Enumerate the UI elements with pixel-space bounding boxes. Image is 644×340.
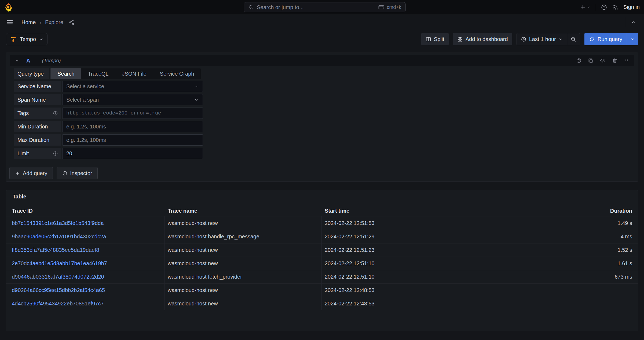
results-table-panel: Table Trace ID Trace name Start time Dur… [6, 190, 638, 331]
field-control[interactable]: Select a service [62, 81, 203, 92]
zoom-out-time-button[interactable] [567, 33, 580, 45]
duplicate-query-icon[interactable] [588, 58, 593, 63]
query-type-label: Query type [14, 68, 49, 79]
query-field-row: Limit 20 [14, 148, 203, 159]
info-icon[interactable] [53, 111, 58, 116]
query-type-tab-label: JSON File [122, 71, 146, 77]
query-type-tab-label: Service Graph [160, 71, 194, 77]
share-shortcut-button[interactable] [69, 19, 75, 25]
keyboard-icon [378, 4, 385, 10]
table-row: 9baac90ade05c2b1a1091bd4302cdc2a wasmclo… [6, 230, 638, 243]
search-shortcut: cmd+k [378, 4, 401, 10]
field-control[interactable]: e.g. 1.2s, 100ms [62, 121, 203, 132]
trace-id-link[interactable]: 4d4cb2590f495434922eb70851ef97c7 [12, 301, 104, 306]
add-query-button[interactable]: Add query [9, 167, 53, 179]
column-header-start-time[interactable]: Start time [321, 208, 478, 214]
run-query-options-button[interactable] [627, 33, 638, 45]
query-type-tab-label: TraceQL [88, 71, 108, 77]
field-label: Span Name [14, 94, 61, 105]
chevron-down-icon [194, 97, 199, 102]
table-row: 2e70dc4aebd1e5d8abb17be1ea4619b7 wasmclo… [6, 257, 638, 270]
query-field-row: Tags http.status_code=200 error=true [14, 108, 203, 119]
table-row: d90264a66cc95ee15dbb2b2af54c4a65 wasmclo… [6, 283, 638, 297]
query-field-row: Max Duration e.g. 1.2s, 100ms [14, 134, 203, 146]
chevron-down-icon [630, 37, 635, 42]
sync-icon [589, 36, 595, 42]
hamburger-icon [6, 19, 13, 26]
inspector-button[interactable]: Inspector [57, 167, 98, 179]
query-row-header: A (Tempo) [10, 55, 634, 66]
run-query-split-button: Run query [584, 33, 638, 45]
share-alt-icon [69, 19, 75, 25]
trace-id-link[interactable]: 9baac90ade05c2b1a1091bd4302cdc2a [12, 234, 106, 239]
search-placeholder: Search or jump to... [257, 4, 375, 10]
collapse-query-chevron-icon[interactable] [15, 58, 19, 63]
start-time-cell: 2024-02-22 12:51:29 [321, 234, 478, 240]
start-time-cell: 2024-02-22 12:51:10 [321, 274, 478, 280]
explore-toolbar: Tempo Split Add to dashboard Last 1 hour [6, 33, 638, 46]
collapse-controls-button[interactable] [629, 18, 638, 27]
field-control[interactable]: 20 [62, 148, 203, 159]
trace-name-cell: wasmcloud-host new [164, 220, 321, 226]
duration-cell: 1.61 s [478, 260, 638, 267]
query-fields: Service Name Select a service Span Name … [14, 81, 203, 161]
start-time-cell: 2024-02-22 12:51:53 [321, 220, 478, 226]
table-row: bb7c1543391c1e61a3d5fe1b543f9dda wasmclo… [6, 216, 638, 230]
delete-query-trash-icon[interactable] [612, 58, 617, 63]
column-header-trace-id[interactable]: Trace ID [6, 208, 164, 214]
trace-id-link[interactable]: 2e70dc4aebd1e5d8abb17be1ea4619b7 [12, 260, 107, 266]
trace-id-link[interactable]: ff8d353cfa7af5c48835ee5da19daef8 [12, 247, 99, 253]
clock-icon [521, 36, 526, 42]
duration-cell: 1.52 s [478, 247, 638, 253]
split-button[interactable]: Split [421, 33, 449, 45]
query-type-tab[interactable]: TraceQL [81, 68, 115, 79]
run-query-button[interactable]: Run query [584, 33, 627, 45]
query-type-tab[interactable]: Service Graph [153, 68, 201, 79]
query-editor-panel: A (Tempo) Query type Search TraceQL JSON… [6, 53, 638, 182]
chevron-down-icon [559, 37, 563, 41]
trace-id-link[interactable]: d90446ab03316af7af38074d072c2d20 [12, 274, 104, 280]
trace-name-cell: wasmcloud-host new [164, 287, 321, 293]
trace-id-link[interactable]: bb7c1543391c1e61a3d5fe1b543f9dda [12, 220, 104, 226]
news-button[interactable] [612, 4, 619, 10]
trace-id-link[interactable]: d90264a66cc95ee15dbb2b2af54c4a65 [12, 287, 105, 293]
column-header-duration[interactable]: Duration [478, 208, 638, 214]
field-label: Limit [14, 148, 61, 159]
toggle-visibility-eye-icon[interactable] [600, 58, 606, 64]
breadcrumb-home[interactable]: Home [21, 19, 36, 25]
field-control[interactable]: e.g. 1.2s, 100ms [62, 134, 203, 146]
query-type-tab[interactable]: JSON File [115, 68, 153, 79]
query-type-tab-label: Search [57, 71, 74, 77]
info-icon[interactable] [53, 151, 58, 156]
column-divider [321, 216, 322, 310]
trace-name-cell: wasmcloud-host handle_rpc_message [164, 234, 321, 240]
search-input[interactable]: Search or jump to... cmd+k [244, 2, 406, 12]
chevron-down-icon [194, 84, 199, 89]
query-help-icon[interactable] [576, 58, 581, 63]
topbar-divider [596, 4, 596, 11]
panel-title[interactable]: Table [13, 194, 26, 200]
plus-icon [580, 4, 586, 10]
add-to-dashboard-button[interactable]: Add to dashboard [453, 33, 512, 45]
table-row: d90446ab03316af7af38074d072c2d20 wasmclo… [6, 270, 638, 283]
breadcrumb-bar: Home › Explore [0, 14, 644, 30]
rss-icon [612, 4, 619, 10]
breadcrumb-separator: › [39, 19, 41, 25]
trace-name-cell: wasmcloud-host new [164, 301, 321, 307]
query-datasource-hint: (Tempo) [42, 58, 61, 64]
column-header-trace-name[interactable]: Trace name [164, 208, 321, 214]
new-menu-button[interactable] [580, 4, 591, 10]
datasource-picker[interactable]: Tempo [6, 33, 47, 45]
sign-in-link[interactable]: Sign in [623, 4, 640, 10]
field-label: Min Duration [14, 121, 61, 132]
field-control[interactable]: http.status_code=200 error=true [62, 108, 203, 119]
breadcrumb-current: Explore [45, 19, 63, 25]
field-control[interactable]: Select a span [62, 94, 203, 105]
grafana-logo[interactable] [4, 3, 13, 12]
search-icon [248, 5, 254, 10]
menu-toggle-button[interactable] [6, 19, 13, 26]
help-button[interactable] [601, 4, 607, 10]
query-type-tab[interactable]: Search [51, 68, 81, 79]
time-range-picker[interactable]: Last 1 hour [517, 33, 567, 45]
drag-handle-grip-icon[interactable] [624, 58, 629, 63]
